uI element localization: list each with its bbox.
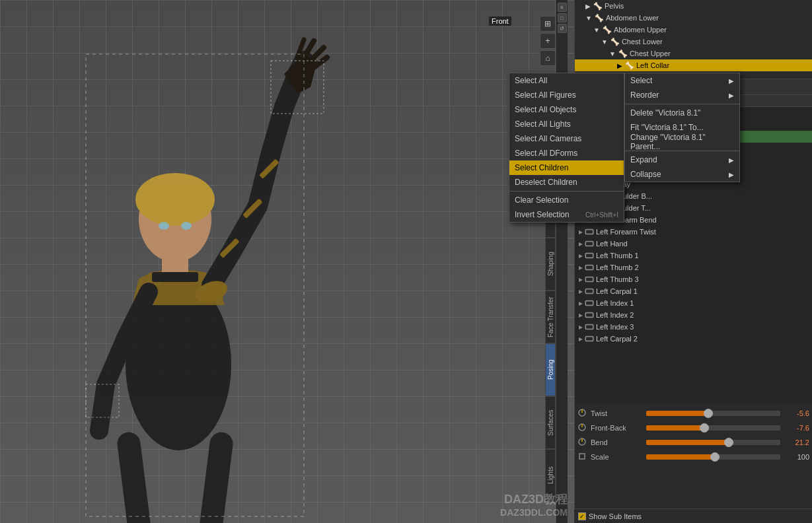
submenu-collapse-item[interactable]: Collapse ▶ <box>625 167 739 182</box>
menu-select-all-figures[interactable]: Select All Figures <box>509 88 624 102</box>
submenu-delete-item[interactable]: Delete "Victoria 8.1" <box>625 106 739 120</box>
submenu-sep1 <box>625 104 739 104</box>
submenu-select-item[interactable]: Select ▶ <box>625 73 739 88</box>
context-menu-overlay: Select ▶ Reorder ▶ Delete "Victoria 8.1"… <box>0 0 812 523</box>
submenu-expand-item[interactable]: Expand ▶ <box>625 153 739 167</box>
menu-select-all-cameras[interactable]: Select All Cameras <box>509 131 624 146</box>
menu-deselect-children[interactable]: Deselect Children <box>509 175 624 190</box>
menu-clear-selection[interactable]: Clear Selection <box>509 193 624 207</box>
menu-select-children[interactable]: Select Children <box>509 160 624 175</box>
submenu-change-parent-item[interactable]: Change "Victoria 8.1" Parent... <box>625 135 739 149</box>
submenu-select: Select ▶ Reorder ▶ Delete "Victoria 8.1"… <box>624 73 740 182</box>
menu-invert-selection[interactable]: Invert Selection Ctrl+Shift+I <box>509 207 624 222</box>
context-menu-main: Select All Select All Figures Select All… <box>509 73 624 223</box>
menu-select-all-lights[interactable]: Select All Lights <box>509 117 624 131</box>
submenu-reorder-item[interactable]: Reorder ▶ <box>625 88 739 102</box>
menu-select-all[interactable]: Select All <box>509 73 624 88</box>
menu-select-all-objects[interactable]: Select All Objects <box>509 102 624 117</box>
menu-sep1 <box>509 191 624 192</box>
menu-select-all-dforms[interactable]: Select All DForms <box>509 146 624 160</box>
